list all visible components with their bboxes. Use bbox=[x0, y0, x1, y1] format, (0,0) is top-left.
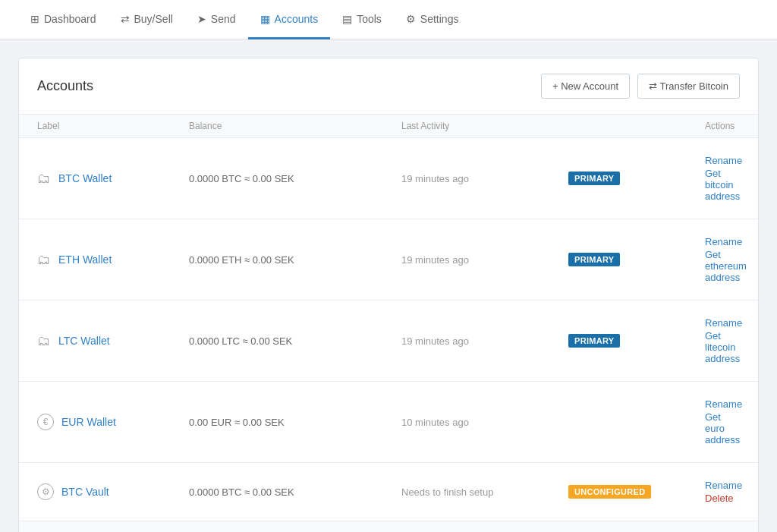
header-actions: + New Account ⇄ Transfer Bitcoin bbox=[541, 74, 740, 99]
secondary-action-link[interactable]: Get euro address bbox=[705, 411, 742, 445]
status-badge: UNCONFIGURED bbox=[568, 485, 651, 499]
tools-icon: ▤ bbox=[342, 13, 352, 25]
col-balance: Balance bbox=[189, 121, 401, 131]
activity-cell: 19 minutes ago bbox=[401, 254, 568, 266]
status-cell: PRIMARY bbox=[568, 172, 705, 185]
wallet-name[interactable]: ETH Wallet bbox=[58, 253, 112, 266]
label-cell: 🗂 BTC Wallet bbox=[37, 171, 189, 187]
actions-cell: Rename Get bitcoin address bbox=[705, 155, 742, 202]
rename-link[interactable]: Rename bbox=[705, 317, 742, 329]
card-header: Accounts + New Account ⇄ Transfer Bitcoi… bbox=[19, 58, 758, 115]
send-icon: ➤ bbox=[197, 13, 206, 25]
table-row: 🗂 ETH Wallet 0.0000 ETH ≈ 0.00 SEK 19 mi… bbox=[19, 219, 758, 301]
actions-cell: Rename Delete bbox=[705, 480, 742, 504]
actions-cell: Rename Get euro address bbox=[705, 398, 742, 445]
secondary-action-link[interactable]: Get litecoin address bbox=[705, 330, 742, 364]
nav-label-tools: Tools bbox=[357, 13, 382, 25]
secondary-action-link[interactable]: Get bitcoin address bbox=[705, 168, 742, 202]
nav-item-buysell[interactable]: ⇄ Buy/Sell bbox=[109, 1, 185, 39]
nav-label-send: Send bbox=[211, 13, 236, 25]
card-footer: Bitcoin sent to your email address will … bbox=[19, 521, 758, 532]
status-badge: PRIMARY bbox=[568, 334, 620, 348]
balance-cell: 0.0000 BTC ≈ 0.00 SEK bbox=[189, 173, 401, 184]
nav-label-accounts: Accounts bbox=[275, 13, 319, 25]
dashboard-icon: ⊞ bbox=[30, 13, 39, 25]
buysell-icon: ⇄ bbox=[121, 13, 130, 25]
nav-label-settings: Settings bbox=[420, 13, 459, 25]
table-row: € EUR Wallet 0.00 EUR ≈ 0.00 SEK 10 minu… bbox=[19, 382, 758, 463]
rename-link[interactable]: Rename bbox=[705, 480, 742, 491]
euro-icon: € bbox=[37, 414, 54, 430]
nav-label-dashboard: Dashboard bbox=[44, 13, 96, 25]
wallet-name[interactable]: LTC Wallet bbox=[58, 335, 110, 347]
page-title: Accounts bbox=[37, 78, 93, 94]
nav-label-buysell: Buy/Sell bbox=[134, 13, 173, 25]
activity-cell: Needs to finish setup bbox=[401, 486, 568, 498]
col-actions-empty bbox=[568, 121, 705, 131]
secondary-action-link[interactable]: Get ethereum address bbox=[705, 249, 747, 283]
transfer-bitcoin-button[interactable]: ⇄ Transfer Bitcoin bbox=[637, 74, 740, 99]
status-badge: PRIMARY bbox=[568, 172, 620, 185]
accounts-icon: ▦ bbox=[260, 13, 270, 25]
balance-cell: 0.0000 ETH ≈ 0.00 SEK bbox=[189, 254, 401, 266]
actions-cell: Rename Get litecoin address bbox=[705, 317, 742, 364]
status-cell: UNCONFIGURED bbox=[568, 485, 705, 499]
gear-icon: ⚙ bbox=[37, 483, 54, 500]
table-row: 🗂 LTC Wallet 0.0000 LTC ≈ 0.00 SEK 19 mi… bbox=[19, 301, 758, 382]
accounts-card: Accounts + New Account ⇄ Transfer Bitcoi… bbox=[18, 58, 759, 532]
table-row: 🗂 BTC Wallet 0.0000 BTC ≈ 0.00 SEK 19 mi… bbox=[19, 138, 758, 219]
folder-icon: 🗂 bbox=[37, 171, 51, 187]
table-row: ⚙ BTC Vault 0.0000 BTC ≈ 0.00 SEK Needs … bbox=[19, 463, 758, 521]
wallet-name[interactable]: BTC Wallet bbox=[58, 172, 112, 184]
status-cell: PRIMARY bbox=[568, 334, 705, 348]
wallet-name[interactable]: EUR Wallet bbox=[61, 416, 116, 428]
balance-cell: 0.0000 LTC ≈ 0.00 SEK bbox=[189, 335, 401, 347]
label-cell: 🗂 ETH Wallet bbox=[37, 252, 189, 268]
rename-link[interactable]: Rename bbox=[705, 398, 742, 410]
rename-link[interactable]: Rename bbox=[705, 236, 747, 247]
table-header: Label Balance Last Activity Actions bbox=[19, 115, 758, 138]
activity-cell: 10 minutes ago bbox=[401, 417, 568, 428]
main-nav: ⊞ Dashboard ⇄ Buy/Sell ➤ Send ▦ Accounts… bbox=[0, 0, 777, 39]
folder-icon: 🗂 bbox=[37, 252, 51, 268]
label-cell: 🗂 LTC Wallet bbox=[37, 333, 189, 349]
status-badge: PRIMARY bbox=[568, 253, 620, 266]
main-content: Accounts + New Account ⇄ Transfer Bitcoi… bbox=[0, 39, 777, 532]
activity-cell: 19 minutes ago bbox=[401, 335, 568, 347]
accounts-table: 🗂 BTC Wallet 0.0000 BTC ≈ 0.00 SEK 19 mi… bbox=[19, 138, 758, 521]
settings-icon: ⚙ bbox=[406, 13, 416, 25]
col-label: Label bbox=[37, 121, 189, 131]
label-cell: ⚙ BTC Vault bbox=[37, 483, 189, 500]
activity-cell: 19 minutes ago bbox=[401, 173, 568, 184]
col-last-activity: Last Activity bbox=[401, 121, 568, 131]
col-actions: Actions bbox=[705, 121, 740, 131]
wallet-name[interactable]: BTC Vault bbox=[61, 486, 109, 498]
rename-link[interactable]: Rename bbox=[705, 155, 742, 166]
nav-item-dashboard[interactable]: ⊞ Dashboard bbox=[18, 1, 109, 39]
new-account-button[interactable]: + New Account bbox=[541, 74, 630, 99]
nav-item-send[interactable]: ➤ Send bbox=[185, 1, 248, 39]
status-cell: PRIMARY bbox=[568, 253, 705, 266]
folder-icon: 🗂 bbox=[37, 333, 51, 349]
label-cell: € EUR Wallet bbox=[37, 414, 189, 430]
balance-cell: 0.00 EUR ≈ 0.00 SEK bbox=[189, 417, 401, 428]
balance-cell: 0.0000 BTC ≈ 0.00 SEK bbox=[189, 486, 401, 498]
secondary-action-link[interactable]: Delete bbox=[705, 493, 742, 504]
nav-item-accounts[interactable]: ▦ Accounts bbox=[248, 1, 331, 39]
nav-item-settings[interactable]: ⚙ Settings bbox=[394, 1, 471, 39]
nav-item-tools[interactable]: ▤ Tools bbox=[330, 1, 394, 39]
actions-cell: Rename Get ethereum address bbox=[705, 236, 747, 283]
